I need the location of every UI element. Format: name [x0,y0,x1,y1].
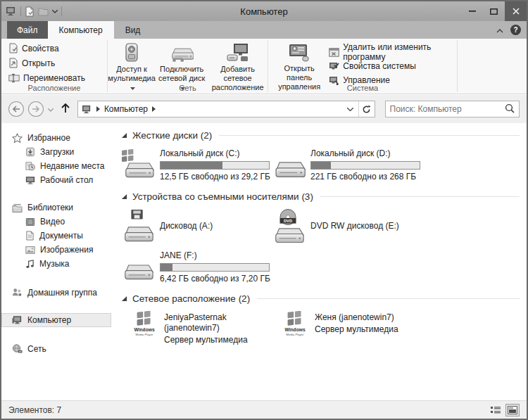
address-bar[interactable]: Компьютер [77,101,375,117]
ribbon: Свойства Открыть Переименовать Расположе… [1,39,527,94]
rename-icon [8,74,20,82]
open-button[interactable]: Открыть [7,56,107,70]
ribbon-group-label: Сеть [108,84,268,92]
drive-item-c[interactable]: Локальный диск (C:) 12,5 ГБ свободно из … [121,148,272,182]
tab-view[interactable]: Вид [114,21,152,39]
sidebar-item-downloads[interactable]: Загрузки [1,145,113,159]
drive-item-e[interactable]: DVD DVD RW дисковод (E:) [272,209,422,243]
properties-button[interactable]: Свойства [7,41,107,56]
windows-media-player-icon: WindowsMedia Player [282,311,310,338]
search-box [385,101,520,117]
uninstall-program-icon [329,48,339,57]
media-server-item-2[interactable]: WindowsMedia Player Женя (janenotewin7) … [282,311,432,345]
section-rule [257,298,520,299]
control-panel-icon [289,44,310,62]
title-bar: Компьютер [1,1,527,21]
desktop-icon [25,175,35,185]
floppy-drive-icon [121,209,155,243]
drive-item-d[interactable]: Локальный диск (D:) 221 ГБ свободно из 2… [272,148,422,182]
video-icon [25,217,35,227]
file-list-area: Жесткие диски (2) Локальный диск (C:) 12… [113,123,527,400]
network-icon [12,344,23,354]
up-button[interactable] [61,103,70,115]
open-icon [8,58,18,68]
minimize-button[interactable] [461,1,483,21]
section-rule [320,196,520,197]
ribbon-group-label: Расположение [1,84,107,92]
section-rule [219,135,520,136]
sidebar-item-favorites[interactable]: Избранное [1,131,113,145]
details-view-button[interactable] [489,404,503,416]
new-folder-qat-icon[interactable] [38,7,49,16]
libraries-icon [12,203,23,212]
forward-button[interactable] [28,101,44,117]
sidebar-item-recent-places[interactable]: Недавние места [1,159,113,173]
sidebar-item-music[interactable]: Музыка [1,257,113,271]
capacity-bar [160,263,270,272]
ribbon-group-system: Открыть панель управления Удалить или из… [268,39,457,94]
recent-places-icon [25,161,35,171]
refresh-button[interactable] [359,101,375,117]
downloads-icon [25,147,35,157]
dvd-drive-icon: DVD [272,209,306,243]
window-controls [461,1,527,21]
media-server-item-1[interactable]: WindowsMedia Player JeniyaPasternak (jan… [131,311,282,345]
collapse-triangle-icon[interactable] [121,132,127,139]
star-icon [12,133,23,144]
hard-drive-d-icon [272,148,306,179]
maximize-button[interactable] [483,1,505,21]
properties-icon [8,43,18,53]
usb-drive-icon [121,250,155,281]
rename-button[interactable]: Переименовать [7,70,107,85]
explorer-window: Компьютер Файл Компьютер Вид ? [0,0,528,420]
svg-text:Windows: Windows [285,327,306,332]
qat-separator [61,6,62,16]
sidebar-item-network[interactable]: Сеть [1,342,113,356]
svg-text:DVD: DVD [284,219,292,223]
hard-drive-c-icon [121,148,155,179]
help-icon[interactable]: ? [510,25,521,35]
svg-text:Media Player: Media Player [287,333,304,336]
breadcrumb-item-computer[interactable]: Компьютер [104,104,148,114]
ribbon-tab-strip: Файл Компьютер Вид ? [1,21,527,39]
sidebar-item-homegroup[interactable]: Домашняя группа [1,286,113,300]
address-dropdown-chevron-icon[interactable] [343,101,358,117]
collapse-ribbon-icon[interactable] [496,25,503,35]
back-button[interactable] [8,101,24,117]
close-button[interactable] [505,1,527,21]
music-icon [25,259,34,269]
sidebar-item-desktop[interactable]: Рабочий стол [1,173,113,187]
ribbon-group-location: Свойства Открыть Переименовать Расположе… [1,39,107,94]
tab-file[interactable]: Файл [7,21,48,39]
drive-item-a[interactable]: Дисковод (A:) [121,209,272,243]
sidebar-item-documents[interactable]: Документы [1,229,113,243]
network-drive-icon [170,43,194,63]
sidebar-item-videos[interactable]: Видео [1,215,113,229]
svg-text:Windows: Windows [134,327,155,332]
uninstall-program-button[interactable]: Удалить или изменить программу [327,45,457,59]
collapse-triangle-icon[interactable] [121,295,127,302]
breadcrumb-arrow-icon [96,106,100,112]
properties-qat-icon[interactable] [25,6,34,17]
documents-icon [25,231,34,241]
drive-item-f[interactable]: JANE (F:) 6,42 ГБ свободно из 7,20 ГБ [121,250,272,284]
items-count: Элементов: 7 [8,405,61,415]
system-properties-button[interactable]: Свойства системы [327,59,457,73]
recent-locations-chevron-icon[interactable] [48,104,54,114]
windows-media-player-icon: WindowsMedia Player [131,311,159,338]
homegroup-icon [12,288,23,298]
sidebar-item-computer[interactable]: Компьютер [1,313,111,327]
search-icon[interactable] [505,103,515,115]
thumbnails-view-button[interactable] [505,404,520,416]
sidebar-item-pictures[interactable]: Изображения [1,243,113,257]
sidebar-item-libraries[interactable]: Библиотеки [1,201,113,215]
media-device-icon [122,43,141,63]
ribbon-group-label: Система [268,84,457,92]
navigation-pane: Избранное Загрузки Недавние места Рабочи… [1,123,113,400]
breadcrumb-arrow-icon [152,106,156,112]
tab-computer[interactable]: Компьютер [48,21,114,39]
qat-customize-chevron-icon[interactable] [52,10,58,13]
collapse-triangle-icon[interactable] [121,193,127,200]
search-input[interactable] [390,104,505,114]
explorer-app-icon[interactable] [6,6,17,16]
